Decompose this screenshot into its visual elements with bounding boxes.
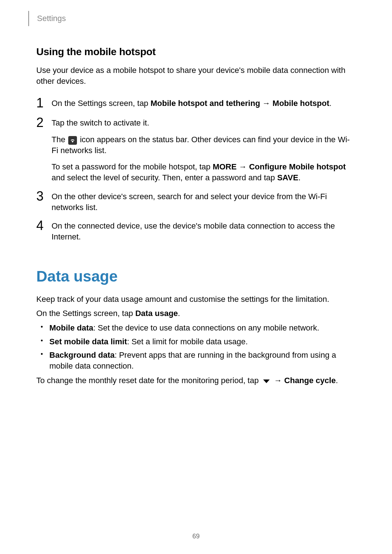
data-usage-intro: Keep track of your data usage amount and… <box>36 294 356 305</box>
t: On the Settings screen, tap <box>36 309 135 318</box>
t: : Set the device to use data connections… <box>93 323 319 332</box>
step-3-text: On the other device's screen, search for… <box>52 191 356 213</box>
t: Configure Mobile hotspot <box>249 162 346 171</box>
page-container: Settings Using the mobile hotspot Use yo… <box>0 0 392 554</box>
hotspot-steps-list: 1 On the Settings screen, tap Mobile hot… <box>36 97 356 242</box>
step-1-text: On the Settings screen, tap Mobile hotsp… <box>52 98 356 109</box>
step-4: 4 On the connected device, use the devic… <box>36 219 356 242</box>
t: Change cycle <box>284 376 336 385</box>
step-2-p2: The icon appears on the status bar. Othe… <box>52 134 356 156</box>
step-2: 2 Tap the switch to activate it. The ico… <box>36 116 356 183</box>
t: : Set a limit for mobile data usage. <box>127 337 248 346</box>
data-usage-title: Data usage <box>36 268 356 285</box>
step-2-p1: Tap the switch to activate it. <box>52 118 356 128</box>
list-item: Background data: Prevent apps that are r… <box>36 350 356 371</box>
arrow-icon: → <box>272 376 284 385</box>
t: SAVE <box>277 173 298 182</box>
content: Using the mobile hotspot Use your device… <box>36 46 356 386</box>
list-item: Mobile data: Set the device to use data … <box>36 323 356 333</box>
t: and select the level of security. Then, … <box>52 173 277 182</box>
arrow-icon: → <box>237 162 249 171</box>
step-body: On the connected device, use the device'… <box>52 219 356 242</box>
t: Background data <box>49 350 115 360</box>
header-breadcrumb-rule: Settings <box>28 11 356 26</box>
t: Mobile data <box>49 323 93 332</box>
change-cycle-instruction: To change the monthly reset date for the… <box>36 375 356 386</box>
t: Set mobile data limit <box>49 337 127 346</box>
hotspot-subtitle: Using the mobile hotspot <box>36 46 356 58</box>
t: MORE <box>213 162 237 171</box>
breadcrumb: Settings <box>37 14 66 23</box>
t: . <box>329 99 331 108</box>
step-number: 4 <box>36 219 52 242</box>
t: To change the monthly reset date for the… <box>36 376 261 385</box>
t: Mobile hotspot <box>273 99 329 108</box>
data-usage-bullets: Mobile data: Set the device to use data … <box>36 323 356 372</box>
page-number: 69 <box>0 533 392 540</box>
t: Data usage <box>135 309 178 318</box>
t: icon appears on the status bar. Other de… <box>52 135 350 155</box>
t: . <box>336 376 338 385</box>
hotspot-intro: Use your device as a mobile hotspot to s… <box>36 65 356 86</box>
t: . <box>178 309 180 318</box>
t: . <box>298 173 301 182</box>
step-body: Tap the switch to activate it. The icon … <box>52 116 356 183</box>
dropdown-triangle-icon <box>262 379 270 384</box>
data-usage-instruction: On the Settings screen, tap Data usage. <box>36 308 356 319</box>
step-body: On the other device's screen, search for… <box>52 190 356 213</box>
list-item: Set mobile data limit: Set a limit for m… <box>36 336 356 347</box>
step-body: On the Settings screen, tap Mobile hotsp… <box>52 97 356 110</box>
t: The <box>52 135 68 144</box>
step-number: 1 <box>36 97 52 110</box>
t: Mobile hotspot and tethering <box>151 99 260 108</box>
arrow-icon: → <box>260 99 273 108</box>
step-1: 1 On the Settings screen, tap Mobile hot… <box>36 97 356 110</box>
t: To set a password for the mobile hotspot… <box>52 162 213 171</box>
step-2-p3: To set a password for the mobile hotspot… <box>52 161 356 183</box>
step-3: 3 On the other device's screen, search f… <box>36 190 356 213</box>
step-4-text: On the connected device, use the device'… <box>52 221 356 242</box>
hotspot-status-icon <box>68 136 77 145</box>
step-number: 3 <box>36 190 52 213</box>
step-number: 2 <box>36 116 52 183</box>
t: On the Settings screen, tap <box>52 99 151 108</box>
